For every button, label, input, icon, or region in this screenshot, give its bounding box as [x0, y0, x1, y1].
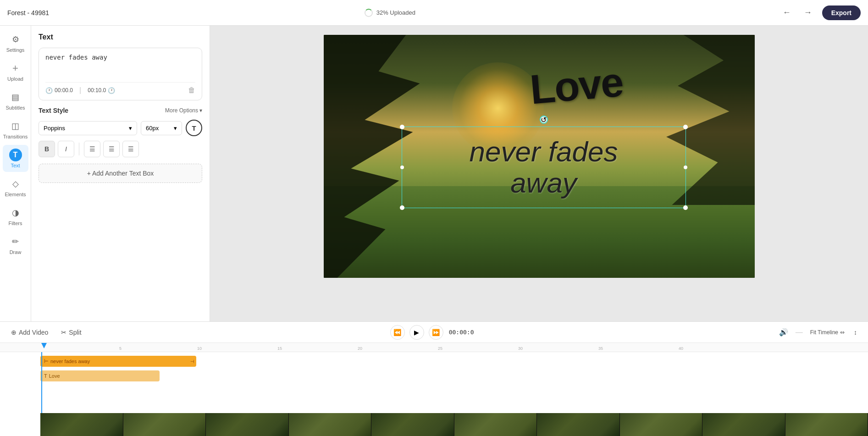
align-left-button[interactable]: ☰: [84, 141, 100, 157]
upload-spinner: [365, 9, 373, 17]
filmstrip-frame-1: [40, 413, 123, 436]
filmstrip-row: [40, 413, 868, 436]
playhead-line: [41, 352, 42, 413]
fit-timeline-button[interactable]: Fit Timeline ⇔: [810, 329, 845, 336]
undo-button[interactable]: ←: [780, 5, 794, 20]
text-card-footer: 🕐 00:00.0 | 00:10.0 🕐 🗑: [45, 82, 195, 94]
start-clock-icon: 🕐: [45, 87, 53, 94]
resize-handle-bl[interactable]: [400, 205, 404, 210]
italic-icon: I: [65, 145, 67, 153]
play-button[interactable]: ▶: [409, 325, 424, 340]
resize-handle-ml[interactable]: [400, 166, 404, 169]
clip-text-icon-1: ⊢: [44, 359, 49, 364]
end-time-field: 00:10.0 🕐: [88, 87, 115, 94]
redo-button[interactable]: →: [801, 5, 815, 20]
text-style-title: Text Style: [39, 107, 68, 114]
sidebar-item-settings[interactable]: ⚙ Settings: [3, 29, 28, 56]
bold-icon: B: [44, 145, 49, 153]
text-icon: T: [9, 149, 22, 161]
text-color-button[interactable]: T: [186, 120, 202, 136]
rotate-handle[interactable]: ↺: [540, 116, 548, 124]
bold-button[interactable]: B: [39, 141, 55, 157]
resize-handle-tl[interactable]: [400, 125, 404, 129]
align-center-icon: ☰: [109, 145, 115, 153]
format-divider: [79, 143, 79, 155]
filmstrip-frame-9: [702, 413, 785, 436]
canvas-love-text[interactable]: Love: [528, 58, 624, 113]
canvas-nfa-text[interactable]: never fadesaway: [416, 136, 672, 199]
fit-timeline-icon: ⇔: [840, 329, 845, 336]
sidebar-item-upload[interactable]: + Upload: [3, 58, 28, 85]
icon-sidebar: ⚙ Settings + Upload ▤ Subtitles ◫ Transi…: [0, 26, 31, 321]
add-video-button[interactable]: ⊕ Add Video: [7, 327, 52, 338]
track-clip-love[interactable]: T Love: [40, 370, 160, 381]
delete-text-button[interactable]: 🗑: [188, 86, 195, 94]
text-panel: Text never fades away 🕐 00:00.0 | 00:10.…: [31, 26, 210, 321]
filters-icon: ◑: [9, 206, 22, 219]
resize-handle-tr[interactable]: [683, 125, 688, 129]
filmstrip-frame-3: [206, 413, 289, 436]
filmstrip-frame-6: [454, 413, 537, 436]
font-size-select[interactable]: 60px ▾: [141, 121, 182, 135]
align-left-icon: ☰: [89, 145, 95, 153]
resize-handle-mr[interactable]: [684, 166, 687, 169]
clip-label-nfa: never fades away: [50, 359, 90, 364]
text-input[interactable]: never fades away: [45, 54, 195, 77]
subtitles-icon: ▤: [9, 91, 22, 104]
track-row-nfa: ⊢ never fades away ⊣: [0, 355, 868, 368]
fast-forward-button[interactable]: ⏩: [429, 325, 443, 340]
add-video-icon: ⊕: [11, 329, 17, 336]
playhead-marker: [41, 343, 47, 348]
more-options-button[interactable]: More Options ▾: [165, 107, 202, 114]
clip-label-love: Love: [49, 373, 60, 379]
text-style-header: Text Style More Options ▾: [39, 107, 202, 114]
time-separator: |: [79, 86, 81, 94]
timeline-ruler: 5 10 15 20 25 30 35 40: [0, 343, 868, 352]
subtitles-label: Subtitles: [6, 105, 25, 110]
align-right-icon: ☰: [128, 145, 134, 153]
volume-separator: —: [796, 328, 803, 337]
split-button[interactable]: ✂ Split: [57, 327, 85, 338]
settings-icon: ⚙: [9, 33, 22, 46]
add-text-box-button[interactable]: + Add Another Text Box: [39, 164, 202, 183]
upload-status-text: 32% Uploaded: [376, 9, 415, 16]
sidebar-item-draw[interactable]: ✏ Draw: [3, 232, 28, 259]
export-button[interactable]: Export: [822, 6, 861, 20]
time-display: 00:00:0: [449, 329, 474, 336]
transitions-label: Transitions: [3, 134, 28, 139]
canvas-area: Love ↺ never fadesaway: [210, 26, 868, 321]
upload-icon: +: [9, 62, 22, 75]
filmstrip-frame-7: [537, 413, 620, 436]
font-family-select[interactable]: Poppins ▾: [39, 121, 137, 135]
track-clip-nfa[interactable]: ⊢ never fades away ⊣: [40, 356, 196, 367]
sidebar-item-transitions[interactable]: ◫ Transitions: [3, 116, 28, 143]
canvas-text-selection-box[interactable]: ↺ never fadesaway: [402, 127, 686, 208]
sidebar-item-text[interactable]: T Text: [3, 145, 28, 172]
transport-controls: ⏪ ▶ ⏩: [390, 325, 443, 340]
volume-button[interactable]: 🔊: [779, 328, 788, 337]
sidebar-item-subtitles[interactable]: ▤ Subtitles: [3, 87, 28, 114]
text-color-t-icon: T: [192, 124, 196, 132]
sidebar-item-filters[interactable]: ◑ Filters: [3, 203, 28, 230]
upload-status: 32% Uploaded: [365, 9, 415, 17]
italic-button[interactable]: I: [58, 141, 74, 157]
align-center-button[interactable]: ☰: [103, 141, 120, 157]
format-row: B I ☰ ☰ ☰: [39, 141, 202, 157]
end-time-value[interactable]: 00:10.0: [88, 87, 106, 94]
timeline-controls: ⊕ Add Video ✂ Split ⏪ ▶ ⏩ 00:00:0 🔊 — Fi…: [0, 322, 868, 343]
upload-label: Upload: [7, 76, 23, 82]
zoom-button[interactable]: ↕: [850, 327, 861, 338]
elements-icon: ◇: [9, 177, 22, 190]
start-time-value[interactable]: 00:00.0: [55, 87, 73, 94]
clip-text-icon-2: T: [44, 373, 47, 379]
rewind-button[interactable]: ⏪: [390, 325, 405, 340]
start-time-field: 🕐 00:00.0: [45, 87, 73, 94]
elements-label: Elements: [5, 192, 26, 197]
sidebar-item-elements[interactable]: ◇ Elements: [3, 174, 28, 201]
size-dropdown-icon: ▾: [174, 125, 177, 132]
text-label: Text: [11, 163, 20, 168]
video-canvas[interactable]: Love ↺ never fadesaway: [324, 35, 755, 278]
resize-handle-br[interactable]: [683, 205, 688, 210]
align-right-button[interactable]: ☰: [122, 141, 139, 157]
filmstrip-frame-2: [123, 413, 206, 436]
